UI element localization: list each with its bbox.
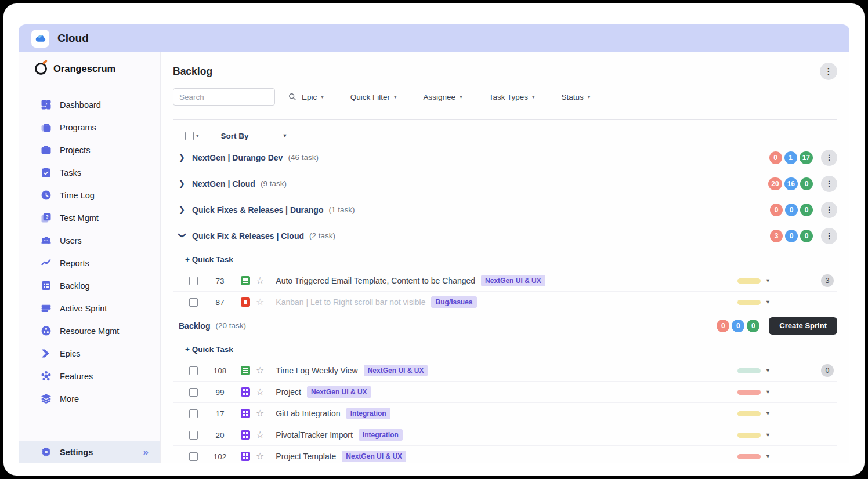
star-icon[interactable]: ☆ [256,452,264,461]
sprint-group-row: ❯ NextGen | Durango Dev (46 task) 0 1 17… [173,144,837,170]
task-title[interactable]: PivotalTracker Import [276,430,353,440]
bug-type-icon [241,297,250,307]
status-badge-red: 0 [717,320,729,332]
cloud-icon [31,30,49,48]
sidebar-item-projects[interactable]: Projects [19,139,160,161]
sidebar-item-time-log[interactable]: Time Log [19,184,160,206]
task-checkbox[interactable] [189,452,198,461]
sidebar-item-more[interactable]: More [19,387,160,410]
sidebar-item-resource-mgmt[interactable]: Resource Mgmt [19,320,160,342]
status-badge-green: 0 [800,177,813,190]
task-checkbox[interactable] [189,409,198,418]
task-title[interactable]: GitLab Integration [276,409,340,418]
filter-dropdown-status[interactable]: Status ▾ [562,93,591,101]
status-caret-icon[interactable]: ▼ [765,389,771,395]
task-id: 102 [208,452,232,461]
task-checkbox[interactable] [189,431,198,440]
time-log-icon [41,190,52,201]
group-name[interactable]: Quick Fixes & Releases | Durango [192,205,323,215]
task-checkbox[interactable] [189,298,198,307]
sidebar-item-label: Dashboard [60,100,101,110]
task-status-pill[interactable] [737,454,761,459]
star-icon[interactable]: ☆ [256,297,264,307]
task-status-pill[interactable] [737,433,761,438]
star-icon[interactable]: ☆ [256,366,264,375]
sidebar-item-features[interactable]: Features [19,365,160,387]
status-caret-icon[interactable]: ▼ [765,299,771,305]
sidebar-item-active-sprint[interactable]: Active Sprint [19,297,160,320]
sidebar-item-tasks[interactable]: Tasks [19,161,160,184]
select-all-checkbox[interactable] [185,132,194,140]
backlog-rows: ❯ NextGen | Durango Dev (46 task) 0 1 17… [173,144,837,463]
sprint-group-row: Backlog (20 task) 0 0 0 Create Sprint [173,313,837,339]
star-icon[interactable]: ☆ [256,409,264,418]
group-name[interactable]: NextGen | Cloud [192,179,255,188]
status-caret-icon[interactable]: ▼ [765,278,771,284]
sidebar-item-settings[interactable]: Settings » [19,441,160,463]
sort-by-label[interactable]: Sort By [221,132,249,140]
select-all-caret-icon[interactable]: ▾ [196,133,199,139]
task-status-pill[interactable] [737,278,761,284]
task-checkbox[interactable] [189,277,198,285]
status-badge-blue: 0 [785,204,798,216]
sidebar-item-epics[interactable]: Epics [19,342,160,365]
sidebar-item-backlog[interactable]: Backlog [19,274,160,297]
task-row: 108 ☆ Time Log Weekly View NextGen UI & … [173,360,837,381]
expand-chevron-icon[interactable]: ❯ [179,153,186,162]
expand-chevron-icon[interactable]: ❯ [178,233,187,239]
task-row: 73 ☆ Auto Triggered Email Template, Cont… [173,270,837,291]
task-checkbox[interactable] [189,388,198,397]
status-caret-icon[interactable]: ▼ [765,411,771,416]
status-caret-icon[interactable]: ▼ [765,368,771,373]
task-title[interactable]: Project Template [276,452,336,461]
filter-dropdown-epic[interactable]: Epic ▾ [302,93,324,101]
group-name[interactable]: Quick Fix & Releases | Cloud [192,231,304,241]
task-count-badge: 0 [821,364,834,377]
group-menu-kebab-icon[interactable]: ⋮ [821,150,837,166]
search-input[interactable] [173,89,288,105]
status-caret-icon[interactable]: ▼ [765,453,771,459]
group-menu-kebab-icon[interactable]: ⋮ [821,176,837,192]
star-icon[interactable]: ☆ [256,430,264,440]
component-type-icon [241,430,250,440]
quick-task-link[interactable]: + Quick Task [185,255,233,264]
group-name[interactable]: Backlog [179,321,210,331]
chevron-down-icon: ▾ [532,94,535,100]
sort-bar: ▾ Sort By ▼ [173,127,837,144]
expand-chevron-icon[interactable]: ❯ [179,205,186,214]
group-name[interactable]: NextGen | Durango Dev [192,153,283,162]
filter-dropdown-assignee[interactable]: Assignee ▾ [424,93,462,101]
task-title[interactable]: Auto Triggered Email Template, Content t… [276,276,475,285]
task-checkbox[interactable] [189,366,198,375]
create-sprint-button[interactable]: Create Sprint [769,317,837,335]
group-menu-kebab-icon[interactable]: ⋮ [821,202,837,218]
sort-by-caret-icon[interactable]: ▼ [283,133,288,139]
star-icon[interactable]: ☆ [256,387,264,397]
sidebar-collapse-icon[interactable]: » [143,447,149,457]
task-status-pill[interactable] [737,390,761,395]
sidebar-item-programs[interactable]: Programs [19,116,160,139]
sidebar-item-test-mgmt[interactable]: ? Test Mgmt [19,206,160,229]
sidebar-item-reports[interactable]: Reports [19,252,160,274]
group-menu-kebab-icon[interactable]: ⋮ [821,228,837,244]
sidebar-item-label: Projects [60,146,90,155]
status-caret-icon[interactable]: ▼ [765,432,771,438]
page-menu-kebab-icon[interactable]: ⋮ [820,63,837,80]
quick-task-link[interactable]: + Quick Task [185,345,233,354]
task-status-pill[interactable] [737,368,761,373]
task-title[interactable]: Kanban | Let to Right scroll bar not vis… [276,297,425,307]
expand-chevron-icon[interactable]: ❯ [179,179,186,188]
task-row: 102 ☆ Project Template NextGen UI & UX ▼ [173,445,837,463]
task-status-pill[interactable] [737,411,761,416]
task-title[interactable]: Time Log Weekly View [276,366,357,375]
task-title[interactable]: Project [276,387,301,397]
sidebar-item-users[interactable]: Users [19,229,160,252]
sidebar-item-dashboard[interactable]: Dashboard [19,93,160,116]
star-icon[interactable]: ☆ [256,276,264,285]
filter-dropdown-task-types[interactable]: Task Types ▾ [489,93,535,101]
task-status-pill[interactable] [737,300,761,305]
users-icon [41,235,52,246]
header-divider [173,119,837,120]
filter-dropdown-quick-filter[interactable]: Quick Filter ▾ [350,93,397,101]
sidebar-item-label: Reports [60,259,89,268]
